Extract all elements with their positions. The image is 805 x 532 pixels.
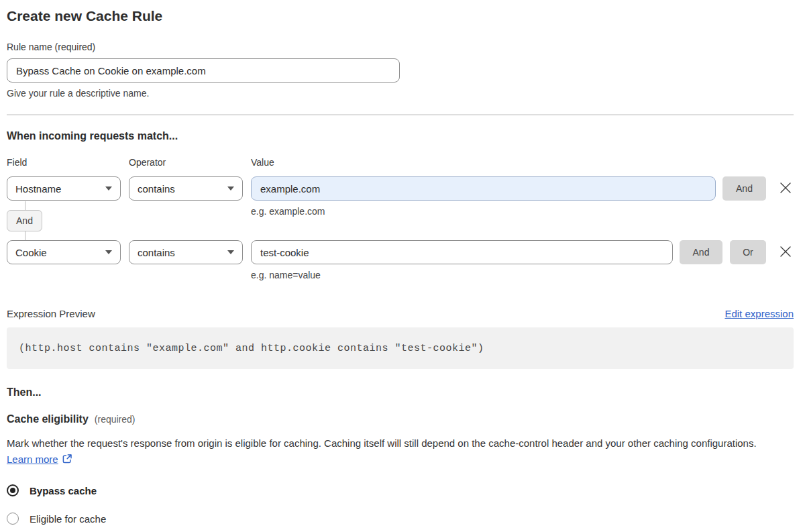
- learn-more-link[interactable]: Learn more: [7, 454, 58, 465]
- rule-name-label: Rule name (required): [7, 42, 794, 52]
- add-and-button[interactable]: And: [722, 176, 766, 201]
- rule-name-helper: Give your rule a descriptive name.: [7, 88, 794, 99]
- operator-select-value: contains: [138, 183, 175, 195]
- chevron-down-icon: [105, 250, 112, 254]
- edit-expression-link[interactable]: Edit expression: [724, 308, 794, 319]
- close-icon: [778, 244, 793, 261]
- remove-condition-button[interactable]: [777, 240, 794, 264]
- match-heading: When incoming requests match...: [7, 130, 794, 142]
- radio-label: Eligible for cache: [30, 513, 106, 525]
- expression-preview-label: Expression Preview: [7, 308, 95, 319]
- value-column-label: Value: [251, 157, 274, 168]
- radio-button-icon[interactable]: [7, 513, 19, 525]
- cache-eligibility-header: Cache eligibility (required): [7, 413, 794, 425]
- expression-preview-header: Expression Preview Edit expression: [7, 308, 794, 319]
- connector-and-button[interactable]: And: [7, 210, 42, 231]
- field-select[interactable]: Hostname: [7, 176, 121, 201]
- chevron-down-icon: [105, 187, 112, 191]
- required-note: (required): [95, 414, 136, 425]
- operator-select[interactable]: contains: [129, 240, 243, 264]
- cache-eligibility-heading: Cache eligibility: [7, 413, 89, 425]
- add-or-button[interactable]: Or: [730, 240, 766, 264]
- operator-column-label: Operator: [129, 157, 251, 168]
- value-input[interactable]: [251, 240, 673, 264]
- expression-code: (http.host contains "example.com" and ht…: [19, 343, 484, 354]
- radio-label: Bypass cache: [30, 485, 97, 496]
- condition-row: Hostname contains e.g. example.com And: [7, 176, 794, 217]
- builder-column-labels: Field Operator Value: [7, 157, 794, 168]
- value-input[interactable]: [251, 176, 716, 201]
- condition-connector: And: [7, 201, 50, 240]
- radio-bypass-cache[interactable]: Bypass cache: [7, 484, 794, 496]
- condition-row: Cookie contains e.g. name=value And Or: [7, 240, 794, 280]
- chevron-down-icon: [227, 250, 234, 254]
- page-title: Create new Cache Rule: [7, 8, 794, 24]
- field-select-value: Hostname: [15, 183, 61, 195]
- field-column-label: Field: [7, 157, 129, 168]
- create-cache-rule-form: Create new Cache Rule Rule name (require…: [7, 0, 794, 525]
- close-icon: [778, 180, 793, 197]
- connector-line: [25, 231, 25, 240]
- remove-condition-button[interactable]: [777, 176, 794, 201]
- external-link-icon: [62, 453, 72, 469]
- description-text: Mark whether the request's response from…: [7, 437, 757, 449]
- radio-button-icon[interactable]: [7, 484, 19, 496]
- add-and-button[interactable]: And: [680, 240, 722, 264]
- operator-select[interactable]: contains: [129, 176, 243, 201]
- then-heading: Then...: [7, 386, 794, 398]
- radio-eligible-for-cache[interactable]: Eligible for cache: [7, 513, 794, 525]
- field-select[interactable]: Cookie: [7, 240, 121, 264]
- field-select-value: Cookie: [15, 247, 47, 258]
- cache-eligibility-options: Bypass cache Eligible for cache: [7, 484, 794, 525]
- rule-name-input[interactable]: [7, 58, 400, 83]
- chevron-down-icon: [227, 187, 234, 191]
- operator-select-value: contains: [138, 247, 175, 258]
- connector-line: [25, 201, 25, 210]
- section-divider: [7, 114, 794, 115]
- cache-eligibility-description: Mark whether the request's response from…: [7, 435, 794, 469]
- value-hint: e.g. name=value: [251, 270, 673, 280]
- expression-code-block: (http.host contains "example.com" and ht…: [7, 327, 794, 369]
- value-hint: e.g. example.com: [251, 206, 716, 217]
